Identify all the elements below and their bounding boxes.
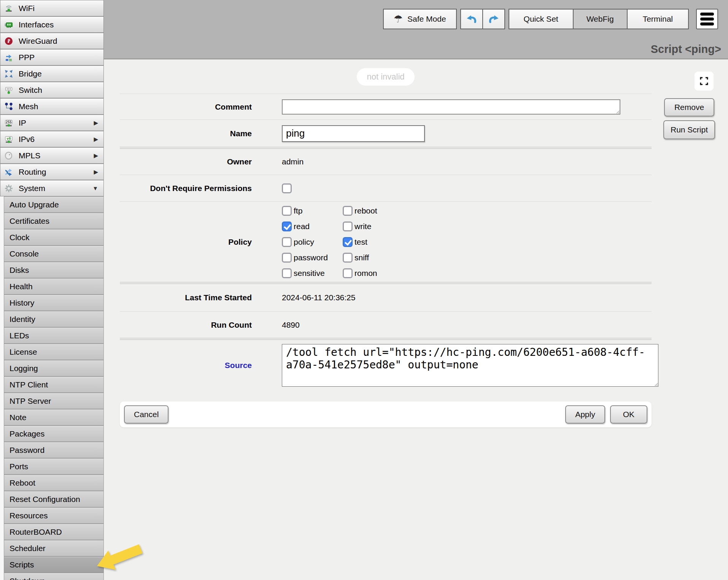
sidebar-item-routing[interactable]: Routing ▶: [0, 164, 104, 180]
name-row: Name: [120, 120, 652, 147]
policy-ftp-checkbox[interactable]: [282, 206, 292, 216]
routing-icon: [3, 167, 14, 177]
owner-row: Owner admin: [120, 149, 652, 175]
sidebar-item-disks[interactable]: Disks: [4, 262, 104, 278]
policy-read-checkbox[interactable]: [282, 221, 292, 231]
sidebar-item-switch[interactable]: Switch: [0, 82, 104, 98]
policy-sensitive-checkbox[interactable]: [282, 268, 292, 278]
sidebar-item-license[interactable]: License: [4, 344, 104, 360]
sidebar-item-scripts[interactable]: Scripts: [4, 556, 104, 573]
policy-checkbox-grid: ftp reboot read write policy test passwo…: [282, 203, 377, 281]
sidebar-item-console[interactable]: Console: [4, 245, 104, 262]
policy-label: Policy: [120, 237, 270, 247]
policy-romon-checkbox[interactable]: [343, 268, 353, 278]
tab-terminal[interactable]: Terminal: [627, 9, 689, 29]
sidebar-item-clock[interactable]: Clock: [4, 229, 104, 245]
sidebar: WiFi Interfaces WireGuard PPP Bridge Swi…: [0, 0, 104, 580]
sidebar-item-ntp-client[interactable]: NTP Client: [4, 376, 104, 393]
remove-button[interactable]: Remove: [664, 98, 714, 116]
sidebar-item-scheduler[interactable]: Scheduler: [4, 540, 104, 556]
sidebar-item-label: PPP: [19, 53, 35, 62]
status-row: not invalid: [120, 60, 652, 94]
sidebar-item-mesh[interactable]: Mesh: [0, 98, 104, 115]
policy-policy-checkbox[interactable]: [282, 237, 292, 247]
sidebar-item-ip[interactable]: 255 IP ▶: [0, 115, 104, 131]
sidebar-item-resources[interactable]: Resources: [4, 507, 104, 524]
redo-button[interactable]: [482, 9, 505, 29]
sidebar-item-label: IP: [19, 118, 26, 127]
sidebar-item-wireguard[interactable]: WireGuard: [0, 33, 104, 49]
policy-write-checkbox[interactable]: [343, 221, 353, 231]
sidebar-item-ipv6[interactable]: v6 IPv6 ▶: [0, 131, 104, 147]
owner-value: admin: [282, 157, 304, 166]
chevron-right-icon: ▶: [94, 169, 98, 175]
fullscreen-brackets-icon: [699, 76, 709, 86]
dont-require-permissions-checkbox[interactable]: [282, 183, 292, 193]
apply-button[interactable]: Apply: [565, 405, 605, 424]
source-input[interactable]: /tool fetch url="https://hc-ping.com/620…: [282, 344, 658, 387]
tab-quick-set[interactable]: Quick Set: [509, 9, 574, 29]
sidebar-item-label: System: [19, 184, 45, 193]
sidebar-item-packages[interactable]: Packages: [4, 425, 104, 442]
top-toolbar: ☂ Safe Mode Quick Set WebFig Terminal: [383, 9, 718, 29]
sidebar-item-password[interactable]: Password: [4, 442, 104, 458]
sidebar-item-reset-configuration[interactable]: Reset Configuration: [4, 491, 104, 507]
sidebar-item-routerboard[interactable]: RouterBOARD: [4, 524, 104, 540]
umbrella-icon: ☂: [394, 14, 403, 24]
undo-arrow-icon: [466, 13, 478, 25]
svg-text:255: 255: [6, 120, 11, 124]
safe-mode-button[interactable]: ☂ Safe Mode: [383, 9, 457, 29]
ok-button[interactable]: OK: [610, 405, 647, 424]
sidebar-item-label: MPLS: [19, 151, 40, 160]
policy-row: Policy ftp reboot read write policy test: [120, 201, 652, 282]
policy-password-checkbox[interactable]: [282, 253, 292, 263]
sidebar-item-interfaces[interactable]: Interfaces: [0, 16, 104, 33]
sidebar-item-shutdown[interactable]: Shutdown: [4, 573, 104, 580]
webfig-app: ☂ Safe Mode Quick Set WebFig Terminal: [0, 0, 728, 580]
sidebar-item-bridge[interactable]: Bridge: [0, 65, 104, 82]
name-input[interactable]: [282, 125, 425, 142]
sidebar-item-logging[interactable]: Logging: [4, 360, 104, 376]
last-time-started-value: 2024-06-11 20:36:25: [282, 293, 355, 302]
chevron-down-icon: ▼: [92, 185, 98, 191]
sidebar-item-certificates[interactable]: Certificates: [4, 213, 104, 229]
sidebar-item-leds[interactable]: LEDs: [4, 327, 104, 344]
chevron-right-icon: ▶: [94, 136, 98, 143]
sidebar-item-ntp-server[interactable]: NTP Server: [4, 393, 104, 409]
policy-reboot-checkbox[interactable]: [343, 206, 353, 216]
source-label: Source: [120, 361, 270, 370]
sidebar-item-label: IPv6: [19, 135, 35, 144]
cancel-button[interactable]: Cancel: [124, 405, 168, 424]
comment-label: Comment: [120, 102, 270, 112]
form-action-bar: Cancel Apply OK: [120, 402, 652, 427]
tab-webfig[interactable]: WebFig: [573, 9, 628, 29]
sidebar-item-history[interactable]: History: [4, 295, 104, 311]
fullscreen-button[interactable]: [695, 72, 714, 91]
sidebar-item-mpls[interactable]: MPLS ▶: [0, 147, 104, 164]
last-time-started-row: Last Time Started 2024-06-11 20:36:25: [120, 284, 652, 311]
wifi-icon: [3, 3, 14, 14]
owner-label: Owner: [120, 157, 270, 166]
switch-icon: [3, 85, 14, 96]
sidebar-item-wifi[interactable]: WiFi: [0, 0, 104, 16]
sidebar-item-ppp[interactable]: PPP: [0, 49, 104, 65]
undo-button[interactable]: [460, 9, 483, 29]
sidebar-item-health[interactable]: Health: [4, 278, 104, 295]
system-icon: [3, 183, 14, 194]
sidebar-item-reboot[interactable]: Reboot: [4, 475, 104, 491]
sidebar-item-ports[interactable]: Ports: [4, 458, 104, 475]
dont-require-permissions-row: Don't Require Permissions: [120, 175, 652, 201]
comment-input[interactable]: [282, 99, 620, 115]
sidebar-item-system[interactable]: System ▼: [0, 180, 104, 196]
policy-test-checkbox[interactable]: [343, 237, 353, 247]
safe-mode-label: Safe Mode: [407, 14, 446, 24]
svg-text:v6: v6: [6, 136, 11, 140]
policy-sniff-checkbox[interactable]: [343, 253, 353, 263]
sidebar-item-note[interactable]: Note: [4, 409, 104, 425]
chevron-right-icon: ▶: [94, 120, 98, 126]
source-row: Source /tool fetch url="https://hc-ping.…: [120, 340, 652, 391]
sidebar-item-identity[interactable]: Identity: [4, 311, 104, 327]
hamburger-menu-icon[interactable]: [696, 9, 718, 29]
sidebar-item-auto-upgrade[interactable]: Auto Upgrade: [4, 196, 104, 213]
run-script-button[interactable]: Run Script: [663, 120, 715, 139]
